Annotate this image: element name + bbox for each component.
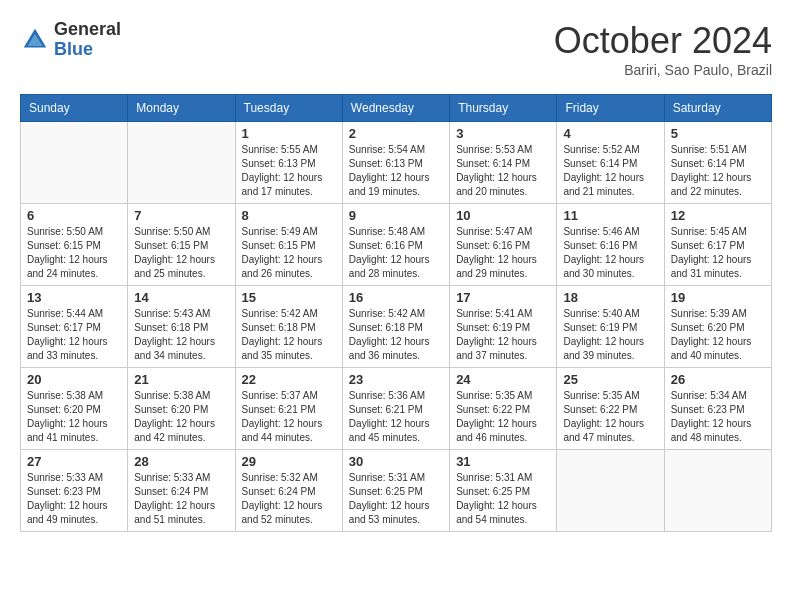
logo: General Blue xyxy=(20,20,121,60)
day-info: Sunrise: 5:49 AM Sunset: 6:15 PM Dayligh… xyxy=(242,225,336,281)
day-number: 8 xyxy=(242,208,336,223)
day-number: 24 xyxy=(456,372,550,387)
table-row: 22Sunrise: 5:37 AM Sunset: 6:21 PM Dayli… xyxy=(235,368,342,450)
title-block: October 2024 Bariri, Sao Paulo, Brazil xyxy=(554,20,772,78)
day-number: 31 xyxy=(456,454,550,469)
calendar-week-5: 27Sunrise: 5:33 AM Sunset: 6:23 PM Dayli… xyxy=(21,450,772,532)
day-number: 6 xyxy=(27,208,121,223)
day-info: Sunrise: 5:38 AM Sunset: 6:20 PM Dayligh… xyxy=(27,389,121,445)
day-number: 9 xyxy=(349,208,443,223)
day-number: 3 xyxy=(456,126,550,141)
day-number: 1 xyxy=(242,126,336,141)
day-number: 7 xyxy=(134,208,228,223)
col-thursday: Thursday xyxy=(450,95,557,122)
day-info: Sunrise: 5:47 AM Sunset: 6:16 PM Dayligh… xyxy=(456,225,550,281)
day-number: 5 xyxy=(671,126,765,141)
day-info: Sunrise: 5:41 AM Sunset: 6:19 PM Dayligh… xyxy=(456,307,550,363)
table-row: 14Sunrise: 5:43 AM Sunset: 6:18 PM Dayli… xyxy=(128,286,235,368)
day-info: Sunrise: 5:52 AM Sunset: 6:14 PM Dayligh… xyxy=(563,143,657,199)
table-row: 9Sunrise: 5:48 AM Sunset: 6:16 PM Daylig… xyxy=(342,204,449,286)
day-info: Sunrise: 5:45 AM Sunset: 6:17 PM Dayligh… xyxy=(671,225,765,281)
col-tuesday: Tuesday xyxy=(235,95,342,122)
day-info: Sunrise: 5:35 AM Sunset: 6:22 PM Dayligh… xyxy=(456,389,550,445)
table-row: 18Sunrise: 5:40 AM Sunset: 6:19 PM Dayli… xyxy=(557,286,664,368)
day-info: Sunrise: 5:50 AM Sunset: 6:15 PM Dayligh… xyxy=(27,225,121,281)
month-title: October 2024 xyxy=(554,20,772,62)
table-row: 19Sunrise: 5:39 AM Sunset: 6:20 PM Dayli… xyxy=(664,286,771,368)
day-info: Sunrise: 5:53 AM Sunset: 6:14 PM Dayligh… xyxy=(456,143,550,199)
day-info: Sunrise: 5:46 AM Sunset: 6:16 PM Dayligh… xyxy=(563,225,657,281)
day-number: 22 xyxy=(242,372,336,387)
col-saturday: Saturday xyxy=(664,95,771,122)
calendar-table: Sunday Monday Tuesday Wednesday Thursday… xyxy=(20,94,772,532)
table-row xyxy=(21,122,128,204)
day-number: 14 xyxy=(134,290,228,305)
day-number: 13 xyxy=(27,290,121,305)
page-header: General Blue October 2024 Bariri, Sao Pa… xyxy=(20,20,772,78)
day-number: 30 xyxy=(349,454,443,469)
table-row: 25Sunrise: 5:35 AM Sunset: 6:22 PM Dayli… xyxy=(557,368,664,450)
day-number: 28 xyxy=(134,454,228,469)
day-number: 26 xyxy=(671,372,765,387)
calendar-header: Sunday Monday Tuesday Wednesday Thursday… xyxy=(21,95,772,122)
table-row: 2Sunrise: 5:54 AM Sunset: 6:13 PM Daylig… xyxy=(342,122,449,204)
table-row: 10Sunrise: 5:47 AM Sunset: 6:16 PM Dayli… xyxy=(450,204,557,286)
calendar-week-2: 6Sunrise: 5:50 AM Sunset: 6:15 PM Daylig… xyxy=(21,204,772,286)
header-row: Sunday Monday Tuesday Wednesday Thursday… xyxy=(21,95,772,122)
day-info: Sunrise: 5:42 AM Sunset: 6:18 PM Dayligh… xyxy=(242,307,336,363)
day-number: 27 xyxy=(27,454,121,469)
day-info: Sunrise: 5:43 AM Sunset: 6:18 PM Dayligh… xyxy=(134,307,228,363)
col-monday: Monday xyxy=(128,95,235,122)
day-number: 4 xyxy=(563,126,657,141)
day-number: 16 xyxy=(349,290,443,305)
table-row: 8Sunrise: 5:49 AM Sunset: 6:15 PM Daylig… xyxy=(235,204,342,286)
day-number: 17 xyxy=(456,290,550,305)
table-row: 1Sunrise: 5:55 AM Sunset: 6:13 PM Daylig… xyxy=(235,122,342,204)
day-info: Sunrise: 5:37 AM Sunset: 6:21 PM Dayligh… xyxy=(242,389,336,445)
table-row: 28Sunrise: 5:33 AM Sunset: 6:24 PM Dayli… xyxy=(128,450,235,532)
day-number: 11 xyxy=(563,208,657,223)
calendar-body: 1Sunrise: 5:55 AM Sunset: 6:13 PM Daylig… xyxy=(21,122,772,532)
location-subtitle: Bariri, Sao Paulo, Brazil xyxy=(554,62,772,78)
day-number: 25 xyxy=(563,372,657,387)
day-info: Sunrise: 5:54 AM Sunset: 6:13 PM Dayligh… xyxy=(349,143,443,199)
table-row: 29Sunrise: 5:32 AM Sunset: 6:24 PM Dayli… xyxy=(235,450,342,532)
table-row: 20Sunrise: 5:38 AM Sunset: 6:20 PM Dayli… xyxy=(21,368,128,450)
day-info: Sunrise: 5:33 AM Sunset: 6:23 PM Dayligh… xyxy=(27,471,121,527)
logo-text: General Blue xyxy=(54,20,121,60)
day-info: Sunrise: 5:31 AM Sunset: 6:25 PM Dayligh… xyxy=(456,471,550,527)
table-row: 23Sunrise: 5:36 AM Sunset: 6:21 PM Dayli… xyxy=(342,368,449,450)
day-info: Sunrise: 5:33 AM Sunset: 6:24 PM Dayligh… xyxy=(134,471,228,527)
table-row: 3Sunrise: 5:53 AM Sunset: 6:14 PM Daylig… xyxy=(450,122,557,204)
day-info: Sunrise: 5:32 AM Sunset: 6:24 PM Dayligh… xyxy=(242,471,336,527)
day-number: 15 xyxy=(242,290,336,305)
table-row: 31Sunrise: 5:31 AM Sunset: 6:25 PM Dayli… xyxy=(450,450,557,532)
table-row: 13Sunrise: 5:44 AM Sunset: 6:17 PM Dayli… xyxy=(21,286,128,368)
day-info: Sunrise: 5:35 AM Sunset: 6:22 PM Dayligh… xyxy=(563,389,657,445)
col-friday: Friday xyxy=(557,95,664,122)
logo-general: General xyxy=(54,20,121,40)
day-info: Sunrise: 5:36 AM Sunset: 6:21 PM Dayligh… xyxy=(349,389,443,445)
day-number: 12 xyxy=(671,208,765,223)
col-wednesday: Wednesday xyxy=(342,95,449,122)
day-number: 23 xyxy=(349,372,443,387)
table-row: 24Sunrise: 5:35 AM Sunset: 6:22 PM Dayli… xyxy=(450,368,557,450)
day-info: Sunrise: 5:44 AM Sunset: 6:17 PM Dayligh… xyxy=(27,307,121,363)
table-row: 12Sunrise: 5:45 AM Sunset: 6:17 PM Dayli… xyxy=(664,204,771,286)
table-row: 5Sunrise: 5:51 AM Sunset: 6:14 PM Daylig… xyxy=(664,122,771,204)
day-info: Sunrise: 5:48 AM Sunset: 6:16 PM Dayligh… xyxy=(349,225,443,281)
logo-icon xyxy=(20,25,50,55)
calendar-week-1: 1Sunrise: 5:55 AM Sunset: 6:13 PM Daylig… xyxy=(21,122,772,204)
table-row: 4Sunrise: 5:52 AM Sunset: 6:14 PM Daylig… xyxy=(557,122,664,204)
logo-blue: Blue xyxy=(54,40,121,60)
calendar-week-4: 20Sunrise: 5:38 AM Sunset: 6:20 PM Dayli… xyxy=(21,368,772,450)
day-info: Sunrise: 5:55 AM Sunset: 6:13 PM Dayligh… xyxy=(242,143,336,199)
table-row xyxy=(128,122,235,204)
day-number: 29 xyxy=(242,454,336,469)
day-number: 19 xyxy=(671,290,765,305)
table-row: 27Sunrise: 5:33 AM Sunset: 6:23 PM Dayli… xyxy=(21,450,128,532)
col-sunday: Sunday xyxy=(21,95,128,122)
table-row: 11Sunrise: 5:46 AM Sunset: 6:16 PM Dayli… xyxy=(557,204,664,286)
day-number: 10 xyxy=(456,208,550,223)
table-row: 21Sunrise: 5:38 AM Sunset: 6:20 PM Dayli… xyxy=(128,368,235,450)
